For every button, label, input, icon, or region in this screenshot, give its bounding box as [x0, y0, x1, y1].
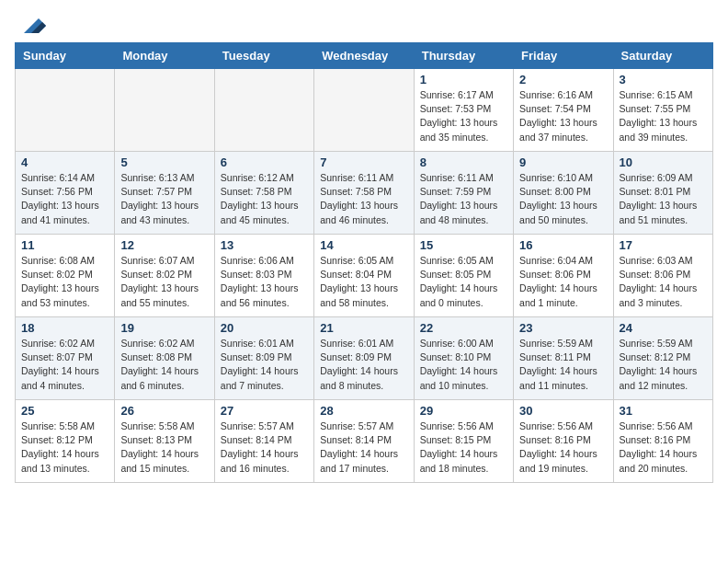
day-info: Sunrise: 6:11 AMSunset: 7:58 PMDaylight:… — [320, 171, 407, 227]
calendar-header-tuesday: Tuesday — [214, 43, 313, 69]
day-info: Sunrise: 6:17 AMSunset: 7:53 PMDaylight:… — [420, 88, 507, 144]
day-number: 27 — [221, 404, 308, 418]
day-info: Sunrise: 6:08 AMSunset: 8:02 PMDaylight:… — [21, 254, 108, 310]
calendar-cell: 1Sunrise: 6:17 AMSunset: 7:53 PMDaylight… — [414, 69, 513, 152]
page-header — [15, 15, 713, 35]
day-number: 8 — [420, 155, 507, 169]
day-info: Sunrise: 6:12 AMSunset: 7:58 PMDaylight:… — [221, 171, 308, 227]
day-number: 28 — [320, 404, 407, 418]
calendar-cell: 8Sunrise: 6:11 AMSunset: 7:59 PMDaylight… — [414, 152, 513, 235]
day-info: Sunrise: 6:00 AMSunset: 8:10 PMDaylight:… — [420, 337, 507, 393]
day-number: 12 — [120, 238, 208, 252]
day-number: 25 — [21, 404, 108, 418]
day-number: 2 — [519, 73, 607, 86]
calendar-cell: 19Sunrise: 6:02 AMSunset: 8:08 PMDayligh… — [115, 317, 214, 400]
day-info: Sunrise: 6:01 AMSunset: 8:09 PMDaylight:… — [320, 337, 407, 393]
calendar-table: SundayMondayTuesdayWednesdayThursdayFrid… — [15, 42, 713, 483]
calendar-week-row: 25Sunrise: 5:58 AMSunset: 8:12 PMDayligh… — [16, 400, 713, 483]
calendar-cell: 13Sunrise: 6:06 AMSunset: 8:03 PMDayligh… — [214, 235, 313, 317]
calendar-cell — [115, 69, 214, 152]
calendar-cell: 4Sunrise: 6:14 AMSunset: 7:56 PMDaylight… — [16, 152, 115, 235]
day-number: 10 — [620, 155, 707, 169]
day-info: Sunrise: 6:14 AMSunset: 7:56 PMDaylight:… — [21, 171, 108, 227]
day-number: 20 — [221, 321, 308, 335]
day-info: Sunrise: 6:05 AMSunset: 8:05 PMDaylight:… — [420, 254, 507, 310]
day-info: Sunrise: 6:16 AMSunset: 7:54 PMDaylight:… — [519, 88, 607, 144]
calendar-cell: 20Sunrise: 6:01 AMSunset: 8:09 PMDayligh… — [214, 317, 313, 400]
calendar-cell: 11Sunrise: 6:08 AMSunset: 8:02 PMDayligh… — [16, 235, 115, 317]
logo — [15, 15, 46, 35]
calendar-cell: 18Sunrise: 6:02 AMSunset: 8:07 PMDayligh… — [16, 317, 115, 400]
calendar-cell: 28Sunrise: 5:57 AMSunset: 8:14 PMDayligh… — [314, 400, 414, 483]
day-info: Sunrise: 6:02 AMSunset: 8:08 PMDaylight:… — [120, 337, 208, 393]
day-number: 13 — [221, 238, 308, 252]
day-number: 15 — [420, 238, 507, 252]
calendar-week-row: 18Sunrise: 6:02 AMSunset: 8:07 PMDayligh… — [16, 317, 713, 400]
day-info: Sunrise: 6:01 AMSunset: 8:09 PMDaylight:… — [221, 337, 308, 393]
day-info: Sunrise: 5:56 AMSunset: 8:16 PMDaylight:… — [620, 419, 707, 476]
day-number: 7 — [320, 155, 407, 169]
calendar-header-row: SundayMondayTuesdayWednesdayThursdayFrid… — [16, 43, 713, 69]
day-info: Sunrise: 6:06 AMSunset: 8:03 PMDaylight:… — [221, 254, 308, 310]
day-info: Sunrise: 6:07 AMSunset: 8:02 PMDaylight:… — [120, 254, 208, 310]
day-info: Sunrise: 6:09 AMSunset: 8:01 PMDaylight:… — [620, 171, 707, 227]
day-number: 6 — [221, 155, 308, 169]
day-number: 11 — [21, 238, 108, 252]
calendar-header-wednesday: Wednesday — [314, 43, 414, 69]
calendar-week-row: 4Sunrise: 6:14 AMSunset: 7:56 PMDaylight… — [16, 152, 713, 235]
day-info: Sunrise: 5:59 AMSunset: 8:12 PMDaylight:… — [620, 337, 707, 393]
calendar-cell: 26Sunrise: 5:58 AMSunset: 8:13 PMDayligh… — [115, 400, 214, 483]
day-info: Sunrise: 5:57 AMSunset: 8:14 PMDaylight:… — [320, 419, 407, 476]
day-info: Sunrise: 5:57 AMSunset: 8:14 PMDaylight:… — [221, 419, 308, 476]
day-number: 3 — [620, 73, 707, 86]
day-number: 14 — [320, 238, 407, 252]
day-number: 21 — [320, 321, 407, 335]
day-info: Sunrise: 5:58 AMSunset: 8:13 PMDaylight:… — [120, 419, 208, 476]
day-info: Sunrise: 5:56 AMSunset: 8:15 PMDaylight:… — [420, 419, 507, 476]
calendar-cell: 31Sunrise: 5:56 AMSunset: 8:16 PMDayligh… — [613, 400, 712, 483]
calendar-cell: 30Sunrise: 5:56 AMSunset: 8:16 PMDayligh… — [514, 400, 613, 483]
day-info: Sunrise: 6:10 AMSunset: 8:00 PMDaylight:… — [519, 171, 607, 227]
day-info: Sunrise: 6:13 AMSunset: 7:57 PMDaylight:… — [120, 171, 208, 227]
calendar-cell: 10Sunrise: 6:09 AMSunset: 8:01 PMDayligh… — [613, 152, 712, 235]
calendar-week-row: 1Sunrise: 6:17 AMSunset: 7:53 PMDaylight… — [16, 69, 713, 152]
calendar-cell: 23Sunrise: 5:59 AMSunset: 8:11 PMDayligh… — [514, 317, 613, 400]
calendar-cell: 2Sunrise: 6:16 AMSunset: 7:54 PMDaylight… — [514, 69, 613, 152]
calendar-cell — [314, 69, 414, 152]
calendar-cell: 17Sunrise: 6:03 AMSunset: 8:06 PMDayligh… — [613, 235, 712, 317]
day-number: 24 — [620, 321, 707, 335]
calendar-week-row: 11Sunrise: 6:08 AMSunset: 8:02 PMDayligh… — [16, 235, 713, 317]
calendar-cell: 15Sunrise: 6:05 AMSunset: 8:05 PMDayligh… — [414, 235, 513, 317]
calendar-cell: 5Sunrise: 6:13 AMSunset: 7:57 PMDaylight… — [115, 152, 214, 235]
day-number: 23 — [519, 321, 607, 335]
calendar-header-sunday: Sunday — [16, 43, 115, 69]
day-info: Sunrise: 5:58 AMSunset: 8:12 PMDaylight:… — [21, 419, 108, 476]
day-info: Sunrise: 5:56 AMSunset: 8:16 PMDaylight:… — [519, 419, 607, 476]
calendar-cell: 16Sunrise: 6:04 AMSunset: 8:06 PMDayligh… — [514, 235, 613, 317]
day-info: Sunrise: 6:05 AMSunset: 8:04 PMDaylight:… — [320, 254, 407, 310]
calendar-header-thursday: Thursday — [414, 43, 513, 69]
day-info: Sunrise: 6:02 AMSunset: 8:07 PMDaylight:… — [21, 337, 108, 393]
day-number: 30 — [519, 404, 607, 418]
calendar-cell: 9Sunrise: 6:10 AMSunset: 8:00 PMDaylight… — [514, 152, 613, 235]
day-number: 31 — [620, 404, 707, 418]
calendar-cell: 6Sunrise: 6:12 AMSunset: 7:58 PMDaylight… — [214, 152, 313, 235]
calendar-cell: 25Sunrise: 5:58 AMSunset: 8:12 PMDayligh… — [16, 400, 115, 483]
calendar-cell: 29Sunrise: 5:56 AMSunset: 8:15 PMDayligh… — [414, 400, 513, 483]
day-info: Sunrise: 6:03 AMSunset: 8:06 PMDaylight:… — [620, 254, 707, 310]
calendar-header-friday: Friday — [514, 43, 613, 69]
calendar-cell — [16, 69, 115, 152]
calendar-header-saturday: Saturday — [613, 43, 712, 69]
day-number: 5 — [120, 155, 208, 169]
day-number: 18 — [21, 321, 108, 335]
calendar-header-monday: Monday — [115, 43, 214, 69]
day-number: 1 — [420, 73, 507, 86]
calendar-cell — [214, 69, 313, 152]
day-info: Sunrise: 6:15 AMSunset: 7:55 PMDaylight:… — [620, 88, 707, 144]
calendar-cell: 22Sunrise: 6:00 AMSunset: 8:10 PMDayligh… — [414, 317, 513, 400]
day-info: Sunrise: 6:11 AMSunset: 7:59 PMDaylight:… — [420, 171, 507, 227]
day-info: Sunrise: 5:59 AMSunset: 8:11 PMDaylight:… — [519, 337, 607, 393]
calendar-cell: 24Sunrise: 5:59 AMSunset: 8:12 PMDayligh… — [613, 317, 712, 400]
logo-icon — [17, 17, 46, 35]
day-number: 26 — [120, 404, 208, 418]
